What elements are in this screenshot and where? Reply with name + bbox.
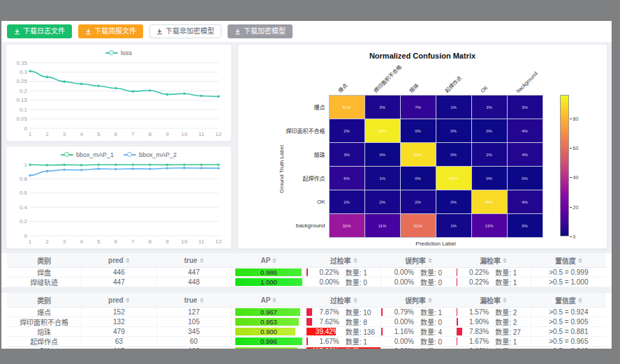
- cell-class: 爆点: [7, 308, 82, 317]
- heatmap-cell: 32%: [330, 214, 364, 237]
- svg-text:0.25: 0.25: [16, 78, 27, 84]
- download-icon: [156, 29, 163, 35]
- cell-rate: 0.22%数量: 1: [457, 278, 531, 287]
- svg-text:9: 9: [165, 131, 169, 137]
- sort-caret-icon: [272, 298, 276, 303]
- cell-ap: 0.996: [232, 337, 307, 346]
- svg-text:6: 6: [115, 131, 118, 137]
- cell-confidence: >0.5 = 1.000: [531, 278, 606, 287]
- loss-chart: 0.350.30.250.20.150.10.05012345678910111…: [9, 59, 227, 139]
- heatmap-cell: 7%: [401, 96, 436, 119]
- sort-caret-icon: [200, 258, 204, 263]
- y-axis-title: Ground Truth Label: [276, 60, 286, 247]
- sort-caret-icon: [428, 298, 432, 303]
- matrix-row-label: background: [286, 213, 325, 237]
- cell-rate: 0.00%数量: 0: [381, 268, 456, 277]
- cell-class: 焊印面积不合格: [7, 317, 82, 326]
- svg-text:6: 6: [115, 238, 118, 245]
- cell-rate: 0.00%数量: 0: [381, 278, 456, 287]
- svg-text:1: 1: [24, 162, 28, 168]
- legend-item[interactable]: bbox_mAP_2: [124, 151, 177, 158]
- map-chart: 10.80.60.40.20123456789101112: [9, 160, 227, 247]
- cell-pred: 63: [82, 337, 156, 346]
- column-header[interactable]: true: [157, 293, 232, 307]
- table-header-row: 类别predtrueAP过检率误判率漏检率置信度: [7, 293, 606, 308]
- table-row: 起焊作点63600.9961.67%数量: 10.00%数量: 01.67%数量…: [7, 337, 606, 347]
- cell-ap: 1.000: [232, 278, 307, 287]
- cell-pred: 447: [82, 278, 156, 287]
- cell-true: 345: [157, 327, 232, 336]
- column-header[interactable]: 漏检率: [457, 293, 531, 307]
- window-frame: 下载日志文件下载简报文件下载非加密模型下载加密模型 loss 0.350.30.…: [0, 0, 620, 364]
- heatmap-cell: 2%: [330, 119, 364, 142]
- heatmap-cell: 11%: [365, 214, 400, 237]
- cell-rate: 0.00%数量: 0: [381, 337, 456, 346]
- sort-caret-icon: [503, 258, 507, 263]
- svg-text:12: 12: [216, 238, 222, 245]
- sort-caret-icon: [126, 258, 130, 263]
- left-chart-column: loss 0.350.30.250.20.150.10.050123456789…: [6, 44, 232, 249]
- heatmap-cell: 0%: [365, 143, 400, 166]
- cell-rate: 0.00%数量: 0: [381, 317, 456, 326]
- cell-confidence: >0.5 = 0.881: [531, 327, 606, 336]
- svg-text:1: 1: [29, 131, 32, 137]
- sort-caret-icon: [353, 258, 357, 263]
- sort-caret-icon: [272, 258, 276, 263]
- cell-confidence: >0.5 = 0.965: [531, 337, 606, 346]
- cell-ap: 0.967: [232, 308, 307, 317]
- column-header[interactable]: true: [157, 253, 232, 267]
- heatmap-cell: 81%: [330, 96, 364, 119]
- column-header[interactable]: 漏检率: [457, 253, 531, 267]
- heatmap-cell: 2%: [365, 190, 400, 213]
- svg-text:10: 10: [181, 131, 187, 137]
- legend-item[interactable]: loss: [105, 50, 132, 56]
- download-button-1[interactable]: 下载日志文件: [7, 24, 72, 38]
- column-header[interactable]: AP: [232, 253, 307, 267]
- confusion-matrix: Ground Truth Label 爆点焊印面积不合格熔珠起焊作点OKback…: [241, 60, 604, 247]
- cell-rate: 0.22%数量: 1: [457, 268, 531, 277]
- cell-ap: 0.986: [232, 268, 307, 277]
- colorbar-tick: 20: [570, 205, 579, 210]
- column-header[interactable]: 过检率: [307, 293, 381, 307]
- column-header: 类别: [7, 253, 82, 267]
- heatmap-cell: 0%: [436, 190, 471, 213]
- heatmap-cell: 4%: [508, 143, 542, 166]
- column-header[interactable]: 过检率: [307, 253, 381, 267]
- cell-rate: 7.83%数量: 27: [457, 327, 531, 336]
- svg-text:10: 10: [181, 238, 187, 245]
- svg-text:9: 9: [165, 238, 169, 245]
- svg-text:5: 5: [97, 238, 101, 245]
- column-header[interactable]: pred: [82, 253, 156, 267]
- cell-class: 起焊作点: [7, 337, 82, 346]
- heatmap-cell: 2%: [472, 143, 507, 166]
- sort-caret-icon: [578, 298, 582, 303]
- column-header[interactable]: 误判率: [381, 253, 456, 267]
- svg-text:0.3: 0.3: [20, 69, 28, 75]
- column-header[interactable]: pred: [82, 293, 156, 307]
- colorbar-gradient: [560, 95, 569, 236]
- x-axis-title: Prediction Label: [329, 241, 543, 247]
- download-button-4[interactable]: 下载加密模型: [228, 24, 293, 38]
- download-button-2[interactable]: 下载简报文件: [78, 24, 143, 38]
- sort-caret-icon: [578, 258, 582, 263]
- map-chart-legend: bbox_mAP_1bbox_mAP_2: [9, 149, 228, 160]
- legend-item[interactable]: bbox_mAP_1: [61, 151, 114, 158]
- download-button-3[interactable]: 下载非加密模型: [149, 24, 221, 38]
- column-labels: 爆点焊印面积不合格熔珠起焊作点OKbackground: [329, 60, 543, 95]
- cell-pred: 132: [82, 317, 156, 326]
- legend-marker-icon: [124, 152, 136, 158]
- matrix-row-label: 起焊作点: [286, 166, 325, 190]
- heatmap-cell: 3%: [472, 96, 507, 119]
- heatmap-cell: 0%: [472, 119, 507, 142]
- svg-text:0.6: 0.6: [20, 190, 28, 196]
- cell-pred: 446: [82, 268, 156, 277]
- column-header[interactable]: 置信度: [531, 253, 606, 267]
- svg-text:4: 4: [80, 131, 83, 137]
- sort-caret-icon: [200, 298, 204, 303]
- column-header[interactable]: AP: [232, 293, 307, 307]
- column-header[interactable]: 误判率: [381, 293, 456, 307]
- svg-text:11: 11: [198, 131, 205, 137]
- cell-true: 60: [157, 337, 232, 346]
- column-header[interactable]: 置信度: [531, 293, 606, 307]
- cell-confidence: >0.5 = 0.924: [531, 308, 606, 317]
